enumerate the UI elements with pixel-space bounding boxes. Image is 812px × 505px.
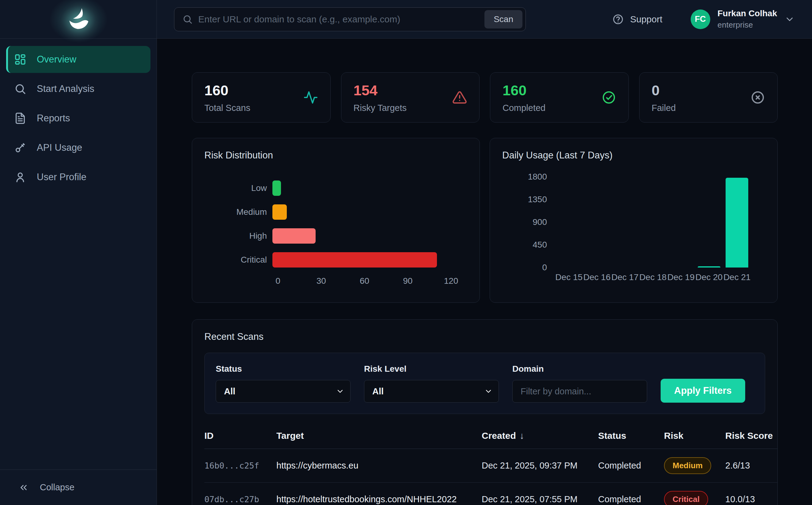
daily-usage-chart: 045090013501800Dec 15Dec 16Dec 17Dec 18D… xyxy=(502,177,765,282)
sidebar-item-reports[interactable]: Reports xyxy=(6,105,151,132)
status-filter-select[interactable]: All xyxy=(216,380,351,403)
risk-bar-row: Critical xyxy=(204,252,467,268)
risk-bar-row: Low xyxy=(204,180,467,196)
scan-risk-score: 10.0/13 xyxy=(725,494,778,504)
axis-tick: 1800 xyxy=(528,172,547,182)
stat-card-failed: 0Failed xyxy=(639,72,778,123)
axis-tick: 0 xyxy=(275,276,280,286)
risk-bar xyxy=(272,180,281,196)
axis-tick: Dec 18 xyxy=(639,273,667,282)
column-header-id[interactable]: ID xyxy=(204,431,276,441)
risk-level-filter-select[interactable]: All xyxy=(364,380,499,403)
axis-tick: Dec 17 xyxy=(611,273,639,282)
risk-bar-row: Medium xyxy=(204,204,467,220)
column-header-target[interactable]: Target xyxy=(276,431,482,441)
risk-bar xyxy=(272,252,437,268)
sidebar-item-start-analysis[interactable]: Start Analysis xyxy=(6,75,151,102)
scan-target: https://hoteltrustedbookings.com/NHHEL20… xyxy=(276,494,482,504)
sidebar-nav: OverviewStart AnalysisReportsAPI UsageUs… xyxy=(0,39,157,200)
sidebar-item-label: Start Analysis xyxy=(37,83,94,95)
scan-status: Completed xyxy=(598,494,664,504)
scan-id: 16b0...c25f xyxy=(204,461,276,470)
table-header: IDTargetCreated↓StatusRiskRisk Score xyxy=(204,423,778,449)
risk-bar-label: High xyxy=(204,231,272,241)
domain-filter-input[interactable] xyxy=(512,380,647,403)
axis-tick: Dec 20 xyxy=(695,273,723,282)
stat-value: 154 xyxy=(354,82,407,99)
sidebar-item-user-profile[interactable]: User Profile xyxy=(6,164,151,191)
risk-level-filter-group: Risk Level All xyxy=(364,364,499,403)
stat-card-completed: 160Completed xyxy=(490,72,629,123)
stat-label: Completed xyxy=(502,103,546,113)
usage-bar xyxy=(698,266,721,268)
topbar: Scan Support FC Furkan Colhak enterprise xyxy=(157,0,812,39)
alert-triangle-icon xyxy=(452,90,467,105)
support-link[interactable]: Support xyxy=(612,13,662,25)
scan-created: Dec 21, 2025, 09:37 PM xyxy=(482,461,598,471)
domain-filter-group: Domain xyxy=(512,364,647,403)
collapse-button[interactable]: Collapse xyxy=(0,470,157,505)
usage-bar xyxy=(726,178,748,268)
axis-tick: 900 xyxy=(533,217,547,227)
stat-label: Risky Targets xyxy=(354,103,407,113)
scan-target: https://cybermacs.eu xyxy=(276,461,482,471)
table-body: 16b0...c25fhttps://cybermacs.euDec 21, 2… xyxy=(204,449,778,505)
sidebar-item-label: Overview xyxy=(37,54,76,65)
axis-tick: Dec 16 xyxy=(583,273,611,282)
filters-panel: Status All Risk Level All Doma xyxy=(204,353,765,414)
scan-button[interactable]: Scan xyxy=(484,10,523,28)
column-header-status[interactable]: Status xyxy=(598,431,664,441)
user-plan: enterprise xyxy=(718,20,777,30)
user-menu[interactable]: FC Furkan Colhak enterprise xyxy=(691,9,795,30)
domain-filter-label: Domain xyxy=(512,364,647,374)
scan-search-box: Scan xyxy=(174,7,526,31)
scan-created: Dec 21, 2025, 07:55 PM xyxy=(482,494,598,504)
search-icon xyxy=(182,14,193,24)
table-row[interactable]: 16b0...c25fhttps://cybermacs.euDec 21, 2… xyxy=(204,449,778,483)
sidebar-item-label: Reports xyxy=(37,113,70,124)
axis-tick: 30 xyxy=(317,276,326,286)
axis-tick: Dec 19 xyxy=(667,273,695,282)
stats-row: 160Total Scans154Risky Targets160Complet… xyxy=(192,72,778,123)
risk-badge: Critical xyxy=(664,491,708,505)
axis-tick: Dec 21 xyxy=(723,273,751,282)
chevron-down-icon xyxy=(784,14,795,24)
boat-logo-icon xyxy=(65,6,91,32)
daily-usage-card: Daily Usage (Last 7 Days) 04509001350180… xyxy=(490,138,778,303)
file-text-icon xyxy=(14,112,26,124)
sidebar-item-api-usage[interactable]: API Usage xyxy=(6,134,151,161)
axis-tick: 450 xyxy=(533,240,547,250)
scan-status: Completed xyxy=(598,461,664,471)
risk-level-filter-label: Risk Level xyxy=(364,364,499,374)
logo xyxy=(0,0,157,39)
column-header-created[interactable]: Created↓ xyxy=(482,431,598,441)
recent-scans-title: Recent Scans xyxy=(192,331,777,342)
scans-table: IDTargetCreated↓StatusRiskRisk Score 16b… xyxy=(192,423,778,505)
usage-plot xyxy=(555,177,751,268)
help-circle-icon xyxy=(612,13,624,25)
sidebar-item-overview[interactable]: Overview xyxy=(6,46,151,73)
support-label: Support xyxy=(630,14,662,24)
daily-usage-title: Daily Usage (Last 7 Days) xyxy=(502,150,765,161)
charts-row: Risk Distribution LowMediumHighCritical0… xyxy=(192,138,778,303)
axis-tick: 90 xyxy=(403,276,412,286)
risk-distribution-card: Risk Distribution LowMediumHighCritical0… xyxy=(192,138,480,303)
axis-tick: 120 xyxy=(444,276,458,286)
stat-label: Total Scans xyxy=(204,103,250,113)
stat-value: 0 xyxy=(652,82,676,99)
apply-filters-button[interactable]: Apply Filters xyxy=(661,379,745,403)
stat-label: Failed xyxy=(652,103,676,113)
risk-bar-label: Critical xyxy=(204,255,272,265)
scan-url-input[interactable] xyxy=(198,14,479,24)
usage-y-axis: 045090013501800 xyxy=(502,177,547,268)
table-row[interactable]: 07db...c27bhttps://hoteltrustedbookings.… xyxy=(204,483,778,505)
axis-tick: 0 xyxy=(542,263,547,273)
column-header-risk-score[interactable]: Risk Score xyxy=(725,431,778,441)
axis-tick: 60 xyxy=(360,276,369,286)
main-content: 160Total Scans154Risky Targets160Complet… xyxy=(157,39,812,505)
risk-distribution-title: Risk Distribution xyxy=(204,150,467,161)
column-header-risk[interactable]: Risk xyxy=(664,431,725,441)
user-icon xyxy=(14,171,26,183)
axis-tick: 1350 xyxy=(528,195,547,204)
scan-risk-score: 2.6/13 xyxy=(725,461,778,471)
